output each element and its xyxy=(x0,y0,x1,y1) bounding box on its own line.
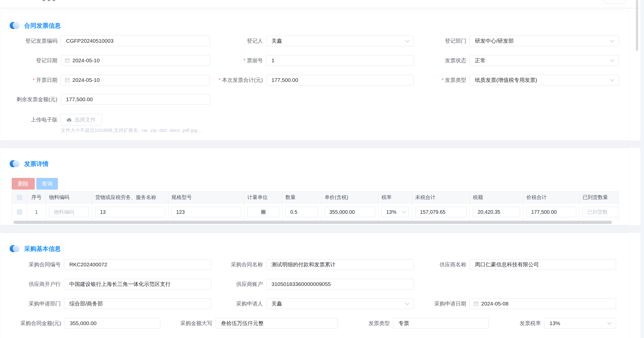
choose-file-button[interactable]: 选择文件 xyxy=(61,114,102,126)
incl-tax-cell xyxy=(523,203,579,220)
apply-date-picker[interactable]: 2024-05-08 xyxy=(470,298,616,309)
chevron-down-icon xyxy=(610,38,615,42)
tax-amount-input[interactable] xyxy=(473,207,520,217)
unit-price-cell xyxy=(321,203,378,220)
invoice-date-picker[interactable]: 2024-05-10 xyxy=(61,75,210,85)
top-divider xyxy=(0,8,644,8)
invoice-code-input[interactable] xyxy=(61,36,210,46)
upload-hint: 文件大小不超过1024MB,支持扩展名: .rar .zip .doc .doc… xyxy=(61,127,201,134)
purchase-tax-rate-select[interactable]: 13% xyxy=(544,318,616,329)
supplier-account-label: 供应商账户 xyxy=(236,279,263,289)
qty-input[interactable] xyxy=(285,207,318,217)
horizontal-scrollbar-thumb[interactable] xyxy=(13,221,612,224)
register-dept-field: 登记部门 研发中心/研发部 xyxy=(470,36,619,46)
purchase-tax-rate-label: 发票税率 xyxy=(520,318,541,329)
amount-in-words-input[interactable] xyxy=(216,318,337,329)
upload-label: 上传电子版 xyxy=(31,114,57,126)
tax-rate-select[interactable]: 13% xyxy=(381,207,409,217)
supplier-account-input[interactable] xyxy=(266,279,414,289)
card-gap xyxy=(0,225,644,233)
register-date-label: 登记日期 xyxy=(36,55,57,66)
table-row: 1 13% xyxy=(12,203,619,220)
tax-rate-value: 13% xyxy=(386,209,396,215)
section-title-invoice-detail: 发票详情 xyxy=(24,160,49,168)
invoice-status-select[interactable]: 正常 xyxy=(470,55,619,66)
calendar-icon xyxy=(474,301,479,306)
col-tax-amount-header: 税额 xyxy=(470,192,523,203)
register-date-field: 登记日期 2024-05-10 xyxy=(61,55,210,66)
contract-amount-input[interactable] xyxy=(65,318,160,329)
contract-no-field: 采购合同编号 xyxy=(64,259,211,270)
registrant-value: 关鑫 xyxy=(271,37,282,44)
incl-tax-input[interactable] xyxy=(526,207,576,217)
supplier-bank-input[interactable] xyxy=(64,279,211,289)
apply-date-value: 2024-05-08 xyxy=(481,301,508,307)
purchase-tax-rate-value: 13% xyxy=(550,320,560,326)
remaining-amount-field: 剩余发票金额(元) xyxy=(61,94,210,105)
supplier-name-label: 供应商名称 xyxy=(440,259,466,270)
register-date-picker[interactable]: 2024-05-10 xyxy=(61,55,210,66)
col-seq-header: 序号 xyxy=(27,192,46,203)
col-qty-header: 数量 xyxy=(282,192,321,203)
spec-input[interactable] xyxy=(171,207,241,217)
excl-tax-cell xyxy=(412,203,470,220)
purchase-invoice-type-input[interactable] xyxy=(393,318,489,329)
purchase-invoice-type-label: 发票类型 xyxy=(368,318,390,329)
invoice-total-label: 本次发票合计(元) xyxy=(219,75,263,85)
delete-button[interactable]: 删除 xyxy=(12,178,35,190)
chevron-down-icon xyxy=(610,77,615,82)
register-dept-select[interactable]: 研发中心/研发部 xyxy=(470,36,619,46)
chevron-down-icon xyxy=(405,301,410,305)
invoice-status-value: 正常 xyxy=(475,57,486,64)
table-header-row: 序号 物料编码 货物或应税劳务、服务名称 规格型号 计量单位 数量 单价(含税)… xyxy=(12,192,619,203)
invoice-date-field: 开票日期 2024-05-10 xyxy=(61,75,210,85)
unit-input[interactable] xyxy=(247,207,279,217)
chevron-down-icon xyxy=(610,58,615,62)
remaining-amount-input[interactable] xyxy=(61,94,210,105)
col-received-qty-header: 已到货数量 xyxy=(579,192,619,203)
apply-dept-input[interactable] xyxy=(64,298,211,309)
invoice-date-value: 2024-05-10 xyxy=(72,77,100,83)
material-code-input[interactable] xyxy=(49,207,89,217)
supplier-bank-field: 供应商开户行 xyxy=(64,279,211,289)
invoice-type-value: 纸质发票(增值税专用发票) xyxy=(475,76,537,84)
col-goods-name-header: 货物或应税劳务、服务名称 xyxy=(92,192,168,203)
partial-button[interactable] xyxy=(604,0,626,4)
vertical-scrollbar-thumb[interactable] xyxy=(636,0,638,51)
registrant-field: 登记人 关鑫 xyxy=(266,36,414,46)
contract-no-input[interactable] xyxy=(64,259,211,270)
applicant-select[interactable]: 关鑫 xyxy=(266,298,414,309)
card-gap xyxy=(0,141,644,148)
bill-no-input[interactable] xyxy=(266,55,414,66)
contract-no-label: 采购合同编号 xyxy=(29,259,61,270)
register-date-value: 2024-05-10 xyxy=(72,57,100,64)
calendar-icon xyxy=(65,58,70,63)
select-all-checkbox[interactable] xyxy=(17,195,22,200)
registrant-select[interactable]: 关鑫 xyxy=(266,36,414,46)
goods-name-input[interactable] xyxy=(95,207,165,217)
unit-price-input[interactable] xyxy=(325,207,375,217)
invoice-type-select[interactable]: 纸质发票(增值税专用发票) xyxy=(470,75,619,85)
contract-name-input[interactable] xyxy=(266,259,414,270)
invoice-type-field: 发票类型 纸质发票(增值税专用发票) xyxy=(470,75,619,85)
supplier-name-input[interactable] xyxy=(470,259,616,270)
invoice-total-input[interactable] xyxy=(266,75,414,85)
tax-amount-cell xyxy=(470,203,523,220)
supplier-name-field: 供应商名称 xyxy=(470,259,616,270)
received-qty-input[interactable] xyxy=(583,207,619,217)
section-moon-icon xyxy=(10,160,20,168)
excl-tax-input[interactable] xyxy=(415,207,466,217)
invoice-status-field: 发票状态 正常 xyxy=(470,55,619,66)
apply-dept-label: 采购申请部门 xyxy=(29,298,61,309)
contract-name-label: 采购合同名称 xyxy=(231,259,263,270)
query-button[interactable]: 查询 xyxy=(36,178,58,190)
calendar-icon xyxy=(65,78,70,83)
apply-dept-field: 采购申请部门 xyxy=(64,298,211,309)
section-title-contract-invoice: 合同发票信息 xyxy=(24,22,61,29)
invoice-total-field: 本次发票合计(元) xyxy=(266,75,414,85)
row-checkbox[interactable] xyxy=(17,209,22,214)
col-tax-rate-header: 税率 xyxy=(378,192,412,203)
invoice-type-label: 发票类型 xyxy=(442,75,466,85)
register-dept-value: 研发中心/研发部 xyxy=(475,37,514,44)
invoice-date-label: 开票日期 xyxy=(33,75,57,85)
